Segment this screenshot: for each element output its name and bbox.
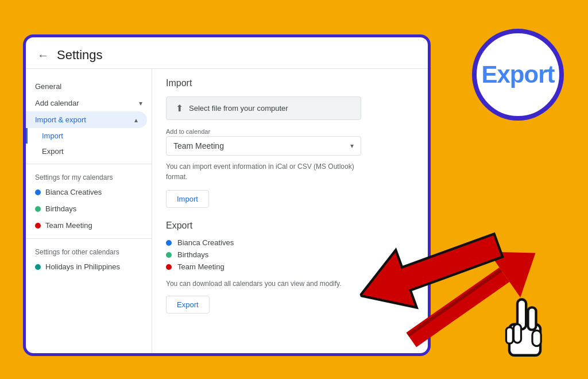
selected-calendar-value: Team Meeting — [173, 141, 224, 150]
calendar-dropdown[interactable]: Team Meeting ▾ — [166, 136, 361, 156]
svg-rect-6 — [528, 307, 536, 330]
import-sub-label: Import — [42, 132, 63, 140]
export-info-text: You can download all calendars you can v… — [166, 279, 361, 289]
add-calendar-label: Add calendar — [35, 99, 79, 107]
settings-header: ← Settings — [26, 37, 428, 69]
my-calendars-heading: Settings for my calendars — [26, 169, 152, 184]
list-item: Bianca Creatives — [166, 237, 414, 249]
import-section-title: Import — [166, 78, 414, 88]
export-button-label: Export — [177, 300, 199, 309]
export-calendar-list: Bianca Creatives Birthdays Team Meeting — [166, 237, 414, 273]
chevron-down-icon: ▾ — [139, 99, 142, 107]
sidebar-item-export[interactable]: Export — [26, 144, 152, 159]
add-to-calendar-label: Add to calendar — [166, 128, 414, 135]
sidebar-item-import-export[interactable]: Import & export ▴ — [26, 111, 147, 128]
export-team-label: Team Meeting — [177, 262, 225, 271]
general-label: General — [35, 82, 61, 91]
team-label: Team Meeting — [45, 221, 92, 230]
holidays-label: Holidays in Philippines — [45, 262, 120, 271]
sidebar-item-bianca[interactable]: Bianca Creatives — [26, 184, 152, 200]
export-bianca-label: Bianca Creatives — [177, 238, 234, 247]
export-circle-badge: Export — [472, 29, 564, 121]
export-bianca-dot — [166, 240, 172, 246]
content-area: Import ⬆ Select file from your computer … — [152, 69, 428, 353]
sidebar-item-birthdays[interactable]: Birthdays — [26, 200, 152, 217]
upload-icon: ⬆ — [176, 103, 183, 114]
export-circle-text: Export — [481, 61, 554, 88]
svg-rect-4 — [509, 324, 540, 355]
birthdays-dot — [35, 206, 41, 212]
svg-rect-5 — [517, 299, 526, 329]
settings-card: ← Settings General Add calendar ▾ Import… — [23, 34, 431, 356]
holidays-dot — [35, 264, 41, 270]
svg-rect-9 — [532, 330, 541, 346]
export-birthdays-dot — [166, 252, 172, 258]
import-info-text: You can import event information in iCal… — [166, 161, 361, 182]
settings-body: General Add calendar ▾ Import & export ▴… — [26, 69, 428, 353]
sidebar-item-team-meeting[interactable]: Team Meeting — [26, 217, 152, 234]
list-item: Team Meeting — [166, 261, 414, 273]
sidebar-item-add-calendar[interactable]: Add calendar ▾ — [26, 95, 152, 111]
divider-1 — [26, 164, 152, 164]
sidebar: General Add calendar ▾ Import & export ▴… — [26, 69, 152, 353]
birthdays-label: Birthdays — [45, 204, 76, 213]
svg-rect-8 — [506, 327, 513, 343]
submenu-import-export: Import Export — [26, 128, 152, 159]
import-export-label: Import & export — [35, 115, 86, 124]
export-birthdays-label: Birthdays — [177, 250, 208, 259]
divider-2 — [26, 238, 152, 239]
sidebar-item-general[interactable]: General — [26, 78, 152, 95]
sidebar-item-holidays[interactable]: Holidays in Philippines — [26, 258, 152, 275]
back-button[interactable]: ← — [37, 49, 49, 62]
export-button[interactable]: Export — [166, 296, 210, 314]
bianca-label: Bianca Creatives — [45, 188, 102, 196]
select-file-button[interactable]: ⬆ Select file from your computer — [166, 96, 361, 120]
sidebar-item-import[interactable]: Import — [26, 128, 152, 144]
import-button-label: Import — [177, 195, 198, 203]
export-section-title: Export — [166, 221, 414, 231]
hand-cursor-icon — [493, 290, 556, 365]
import-button[interactable]: Import — [166, 190, 209, 208]
export-team-dot — [166, 264, 172, 270]
other-calendars-heading: Settings for other calendars — [26, 243, 152, 258]
svg-rect-7 — [514, 324, 521, 343]
svg-marker-1 — [489, 230, 552, 297]
team-dot — [35, 223, 41, 229]
list-item: Birthdays — [166, 249, 414, 261]
select-file-label: Select file from your computer — [189, 104, 288, 113]
dropdown-chevron-icon: ▾ — [350, 142, 354, 150]
export-sub-label: Export — [42, 147, 64, 156]
bianca-dot — [35, 190, 41, 195]
page-title: Settings — [57, 48, 103, 63]
chevron-up-icon: ▴ — [134, 116, 138, 124]
